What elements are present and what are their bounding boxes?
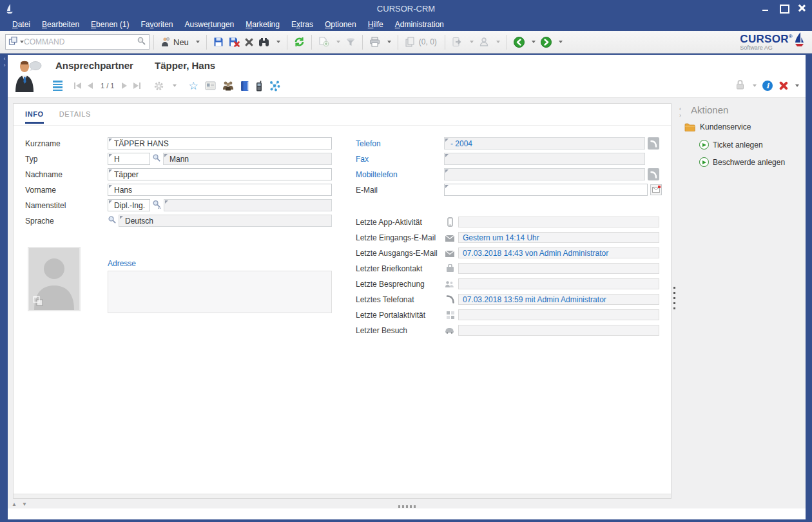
first-record-button[interactable]: [74, 79, 81, 92]
sprache-lookup-icon[interactable]: [108, 215, 117, 227]
save-button[interactable]: [211, 34, 226, 50]
brand-sailboat-icon: [794, 32, 804, 48]
namenstitel-code-input[interactable]: [108, 200, 150, 211]
mobile-phone-icon[interactable]: [256, 79, 262, 92]
label-letzter-besuch: Letzter Besuch: [356, 326, 407, 335]
action-ticket-anlegen[interactable]: Ticket anlegen: [699, 140, 763, 150]
email-input[interactable]: [445, 184, 647, 195]
dial-mobiltelefon-button[interactable]: [648, 168, 659, 180]
adresse-link-label[interactable]: Adresse: [108, 259, 136, 268]
search-button[interactable]: [256, 34, 272, 50]
entity-scope-icon[interactable]: [8, 36, 18, 48]
command-box[interactable]: [5, 34, 150, 50]
menu-bearbeiten[interactable]: Bearbeiten: [36, 19, 85, 30]
new-document-button[interactable]: [316, 34, 332, 50]
favorite-star-icon[interactable]: ☆: [188, 79, 198, 92]
menu-ebenen[interactable]: Ebenen (1): [85, 19, 135, 30]
namenstitel-lookup-icon[interactable]: [152, 200, 162, 211]
search-caret[interactable]: [272, 34, 283, 50]
typ-lookup-icon[interactable]: [152, 153, 161, 165]
menu-extras[interactable]: Extras: [285, 19, 319, 30]
tab-info[interactable]: INFO: [25, 110, 44, 124]
back-button[interactable]: [511, 34, 527, 50]
vorname-input[interactable]: [108, 184, 331, 195]
refresh-button[interactable]: [291, 34, 307, 50]
sidebar-expand-icon[interactable]: ›: [679, 113, 681, 119]
horizontal-splitter-handle[interactable]: [398, 505, 416, 508]
print-caret[interactable]: [383, 34, 394, 50]
relations-network-icon[interactable]: [269, 79, 280, 92]
business-card-icon[interactable]: [205, 79, 216, 92]
settings-caret[interactable]: [171, 79, 177, 92]
merge-button[interactable]: [343, 34, 358, 50]
lock-caret[interactable]: [753, 84, 757, 87]
lock-icon[interactable]: [735, 79, 745, 92]
command-search-icon[interactable]: [137, 36, 146, 48]
list-menu-icon[interactable]: [53, 79, 63, 92]
typ-code-input[interactable]: [108, 153, 150, 164]
contact-photo-placeholder[interactable]: [28, 247, 81, 311]
dial-telefon-button[interactable]: [648, 137, 659, 150]
back-caret[interactable]: [527, 34, 538, 50]
menu-administration[interactable]: Administration: [389, 19, 450, 30]
fax-link-label[interactable]: Fax: [356, 155, 369, 164]
mobiltelefon-link-label[interactable]: Mobiltelefon: [356, 170, 398, 179]
last-record-button[interactable]: [133, 79, 140, 92]
close-button[interactable]: [798, 5, 806, 12]
delete-button[interactable]: [242, 34, 256, 50]
close-record-icon[interactable]: [778, 81, 788, 90]
forward-button[interactable]: [538, 34, 554, 50]
info-icon[interactable]: i: [762, 81, 773, 91]
maximize-button[interactable]: [780, 5, 788, 12]
brand-name: CURSOR: [740, 33, 788, 45]
telefon-link-label[interactable]: Telefon: [356, 139, 381, 148]
panel-expand-left-icon[interactable]: ›: [2, 63, 7, 68]
menu-datei[interactable]: Datei: [6, 19, 36, 30]
telefon-field: - 2004: [445, 139, 475, 148]
grid-icon: [445, 310, 455, 320]
forward-caret[interactable]: [554, 34, 565, 50]
menu-optionen[interactable]: Optionen: [319, 19, 362, 30]
send-email-button[interactable]: [650, 184, 662, 195]
close-record-caret[interactable]: [795, 84, 799, 87]
print-button[interactable]: [367, 34, 383, 50]
new-document-caret[interactable]: [332, 34, 343, 50]
menu-hilfe[interactable]: Hilfe: [362, 19, 389, 30]
menu-marketing[interactable]: Marketing: [240, 19, 285, 30]
menu-favoriten[interactable]: Favoriten: [135, 19, 179, 30]
minimize-button[interactable]: [762, 5, 769, 12]
new-record-button[interactable]: Neu: [158, 34, 191, 50]
assign-person-button[interactable]: [476, 34, 492, 50]
address-book-icon[interactable]: [240, 79, 249, 92]
assign-person-caret[interactable]: [492, 34, 503, 50]
export-caret[interactable]: [465, 34, 476, 50]
tab-details[interactable]: DETAILS: [59, 110, 91, 124]
save-discard-button[interactable]: [226, 34, 242, 50]
action-beschwerde-anlegen[interactable]: Beschwerde anlegen: [699, 157, 785, 167]
horizontal-scrollbar[interactable]: [14, 494, 671, 498]
actions-folder[interactable]: Kundenservice: [684, 122, 751, 131]
nachname-input[interactable]: [108, 169, 331, 180]
command-input[interactable]: [24, 37, 137, 46]
clipboard-stack-icon[interactable]: [402, 34, 418, 50]
mobile-icon: [445, 217, 455, 227]
menu-auswertungen[interactable]: Auswertungen: [179, 19, 240, 30]
sidebar-collapse-icon[interactable]: ‹: [679, 106, 681, 112]
panel-collapse-left-icon[interactable]: ‹: [2, 56, 7, 62]
change-photo-icon[interactable]: [32, 295, 44, 307]
export-button[interactable]: [449, 34, 465, 50]
new-record-caret[interactable]: [191, 34, 202, 50]
previous-record-button[interactable]: [88, 79, 93, 92]
settings-gear-icon[interactable]: [153, 79, 164, 92]
kurzname-input[interactable]: [108, 138, 331, 149]
label-typ: Typ: [25, 155, 37, 164]
label-letzte-app-aktivitaet: Letzte App-Aktivität: [356, 218, 422, 227]
next-record-button[interactable]: [122, 79, 127, 92]
label-sprache: Sprache: [25, 217, 54, 226]
bottom-panel-toggles[interactable]: ▲▼: [12, 502, 27, 507]
vertical-splitter-handle[interactable]: [673, 287, 675, 309]
label-letzte-eingangs-email: Letzte Eingangs-E-Mail: [356, 233, 436, 242]
adresse-field[interactable]: [108, 271, 332, 313]
contacts-group-icon[interactable]: [222, 79, 234, 92]
record-header-right: i: [735, 79, 799, 92]
